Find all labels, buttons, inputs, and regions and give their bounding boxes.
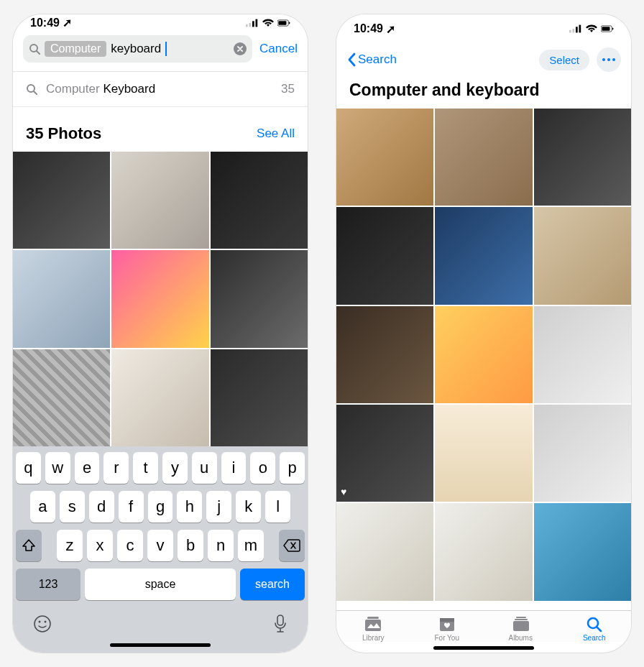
tab-albums[interactable]: Albums [484,615,558,642]
photo-thumbnail[interactable] [336,109,433,206]
photo-thumbnail[interactable] [534,109,631,206]
tab-label: Library [362,634,385,642]
suggestion-count: 35 [281,82,295,96]
photo-thumbnail[interactable] [435,207,532,304]
shift-key[interactable] [16,530,42,561]
svg-rect-22 [612,28,613,30]
key-u[interactable]: u [192,452,217,484]
clear-text-icon[interactable] [234,42,247,55]
key-y[interactable]: y [162,452,188,484]
svg-rect-26 [440,618,454,622]
photos-search-screen: 10:49 ➚ Computer keyboard Cancel Compute… [13,14,308,653]
svg-rect-0 [246,24,248,27]
photo-grid [13,152,308,446]
key-w[interactable]: w [45,452,70,484]
photo-thumbnail[interactable]: ♥ [336,405,433,502]
key-k[interactable]: k [236,491,261,523]
search-token[interactable]: Computer [45,41,106,57]
key-r[interactable]: r [104,452,129,484]
tab-bar: Library For You Albums Search [336,610,631,642]
tab-for-you[interactable]: For You [410,615,484,642]
photo-thumbnail[interactable] [534,207,631,304]
key-c[interactable]: c [117,530,143,561]
key-a[interactable]: a [30,491,55,523]
photo-thumbnail[interactable] [336,207,433,304]
key-l[interactable]: l [265,491,290,523]
space-key[interactable]: space [85,569,236,600]
search-suggestion-row[interactable]: Computer Keyboard 35 [13,72,308,107]
key-d[interactable]: d [89,491,114,523]
svg-rect-5 [278,21,286,25]
search-field[interactable]: Computer keyboard [23,35,252,63]
key-f[interactable]: f [119,491,144,523]
photo-thumbnail[interactable] [336,503,433,600]
home-indicator[interactable] [110,643,211,647]
battery-icon [601,24,614,34]
key-p[interactable]: p [280,452,305,484]
photo-thumbnail[interactable] [13,250,110,347]
key-o[interactable]: o [250,452,275,484]
photo-thumbnail[interactable] [111,349,208,446]
photo-thumbnail[interactable] [211,152,308,249]
more-options-button[interactable] [597,47,621,72]
svg-rect-1 [249,23,252,27]
library-icon [363,615,383,632]
cellular-signal-icon [569,24,582,34]
back-button[interactable]: Search [346,52,397,67]
photo-thumbnail[interactable] [211,349,308,446]
photo-thumbnail[interactable] [336,306,433,403]
photo-thumbnail[interactable] [435,503,532,600]
backspace-key[interactable] [279,530,305,561]
photo-thumbnail[interactable] [13,349,110,446]
photo-thumbnail[interactable] [435,109,532,206]
photo-thumbnail[interactable] [111,250,208,347]
key-z[interactable]: z [57,530,83,561]
key-e[interactable]: e [75,452,100,484]
photo-thumbnail[interactable] [13,152,110,249]
key-n[interactable]: n [208,530,234,561]
photo-thumbnail[interactable] [534,306,631,403]
key-v[interactable]: v [147,530,173,561]
key-x[interactable]: x [87,530,113,561]
suggestion-match: Keyboard [103,82,155,96]
search-key[interactable]: search [240,569,305,600]
battery-icon [277,18,290,28]
results-navbar: Search Select [336,43,631,76]
tab-search[interactable]: Search [558,615,632,642]
ellipsis-icon [602,58,615,61]
key-s[interactable]: s [60,491,85,523]
select-button[interactable]: Select [539,50,589,70]
key-i[interactable]: i [221,452,247,484]
key-j[interactable]: j [206,491,231,523]
key-b[interactable]: b [178,530,203,561]
status-time: 10:49 [30,17,60,29]
numbers-key[interactable]: 123 [16,569,80,600]
key-g[interactable]: g [148,491,173,523]
key-h[interactable]: h [177,491,202,523]
status-bar: 10:49 ➚ [336,14,631,43]
home-indicator[interactable] [433,646,534,650]
photo-thumbnail[interactable] [534,503,631,600]
photo-thumbnail[interactable] [211,250,308,347]
key-t[interactable]: t [133,452,158,484]
tab-library[interactable]: Library [336,615,410,642]
dictation-key[interactable] [273,615,288,636]
emoji-key[interactable] [33,615,52,636]
tab-label: For You [435,634,459,642]
wifi-icon [262,18,275,28]
results-section-header: 35 Photos See All [13,107,308,152]
svg-rect-17 [573,29,575,32]
cancel-button[interactable]: Cancel [259,42,298,56]
status-bar: 10:49 ➚ [13,14,308,31]
location-services-icon: ➚ [386,22,395,36]
key-q[interactable]: q [16,452,41,484]
photo-thumbnail[interactable] [534,405,631,502]
search-tab-icon [584,615,604,632]
photo-thumbnail[interactable] [111,152,208,249]
svg-rect-23 [365,620,381,631]
tab-label: Search [583,634,606,642]
key-m[interactable]: m [238,530,264,561]
photo-thumbnail[interactable] [435,306,532,403]
see-all-button[interactable]: See All [257,126,295,141]
photo-thumbnail[interactable] [435,405,532,502]
